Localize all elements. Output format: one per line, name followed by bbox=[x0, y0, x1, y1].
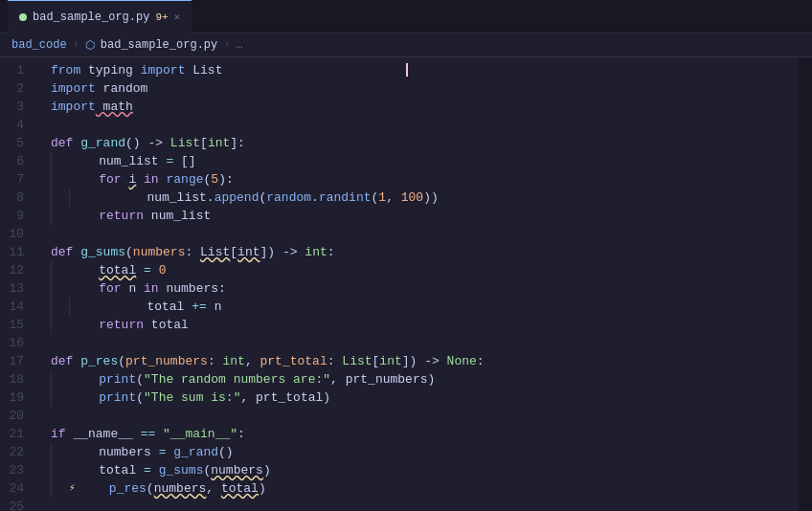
breadcrumb-sep1: › bbox=[73, 38, 79, 52]
token-var: total bbox=[69, 461, 144, 479]
token-var: n bbox=[207, 298, 222, 316]
token-var: n bbox=[122, 279, 144, 298]
token-type: int bbox=[222, 352, 244, 370]
token-punct: . bbox=[207, 189, 214, 207]
breadcrumb: bad_code › ⬡ bad_sample_org.py › … bbox=[0, 33, 812, 57]
token-punct: ( bbox=[203, 461, 211, 479]
token-squiggle-warn: total bbox=[221, 479, 259, 498]
line-number: 15 bbox=[0, 316, 32, 334]
token-punct: . bbox=[311, 189, 319, 207]
token-var bbox=[73, 352, 80, 370]
token-punct: ] bbox=[260, 243, 268, 261]
token-type: List bbox=[342, 352, 372, 370]
token-var: numbers: bbox=[159, 279, 226, 298]
code-line: total = 0 bbox=[51, 261, 799, 279]
line-number: 7 bbox=[0, 170, 32, 189]
token-var bbox=[69, 207, 99, 225]
code-line: import random bbox=[51, 79, 799, 98]
token-op: = bbox=[144, 261, 151, 279]
token-kw: in bbox=[144, 279, 159, 298]
scrollbar[interactable] bbox=[799, 57, 812, 511]
code-line: num_list.append(random.randint(1, 100)) bbox=[51, 189, 799, 207]
token-punct: ( bbox=[136, 389, 144, 407]
token-punct: ): bbox=[218, 170, 234, 189]
line-number: 14 bbox=[0, 298, 32, 316]
token-var bbox=[151, 261, 159, 279]
token-kw: for bbox=[99, 170, 121, 189]
token-str: "The sum is:" bbox=[144, 389, 240, 407]
token-kw2: import bbox=[51, 79, 96, 98]
line-number: 17 bbox=[0, 352, 32, 370]
code-line: from typing import List bbox=[51, 61, 799, 79]
code-line: total = g_sums(numbers) bbox=[51, 461, 799, 479]
line-number: 9 bbox=[0, 207, 32, 225]
token-var bbox=[73, 134, 80, 152]
token-kw2: import bbox=[51, 98, 96, 116]
token-squiggle-warn: int bbox=[237, 243, 259, 261]
token-punct: ) -> bbox=[410, 352, 447, 370]
token-op: = bbox=[144, 461, 151, 479]
token-punct: [] bbox=[181, 152, 196, 170]
token-var bbox=[155, 425, 163, 443]
token-var bbox=[69, 316, 99, 334]
token-squiggle-warn: numbers bbox=[154, 479, 207, 498]
code-line: num_list = [] bbox=[51, 152, 799, 170]
code-line: def g_rand() -> List[int]: bbox=[51, 134, 799, 152]
token-punct: () -> bbox=[125, 134, 170, 152]
breadcrumb-file-icon: ⬡ bbox=[85, 38, 95, 53]
breadcrumb-symbol[interactable]: … bbox=[236, 38, 242, 52]
token-builtin: print bbox=[99, 370, 136, 389]
token-type: int bbox=[379, 352, 401, 370]
editor-tab[interactable]: bad_sample_org.py 9+ ✕ bbox=[8, 0, 192, 33]
token-var bbox=[69, 279, 99, 298]
token-num: 0 bbox=[159, 261, 167, 279]
token-op: = bbox=[166, 152, 173, 170]
token-punct: ( bbox=[259, 189, 266, 207]
token-fn: g_rand bbox=[173, 443, 218, 461]
tab-close-button[interactable]: ✕ bbox=[174, 11, 181, 23]
tab-label: bad_sample_org.py bbox=[33, 11, 149, 24]
token-var bbox=[136, 261, 144, 279]
code-line: for n in numbers: bbox=[51, 279, 799, 298]
line-number: 4 bbox=[0, 116, 32, 134]
token-fn: p_res bbox=[109, 479, 147, 498]
token-kw2: import bbox=[141, 61, 186, 79]
token-var bbox=[69, 370, 99, 389]
warning-icon: ⚡ bbox=[69, 479, 76, 498]
line-number: 18 bbox=[0, 370, 32, 389]
token-kw: in bbox=[144, 170, 159, 189]
token-kw: return bbox=[99, 207, 144, 225]
token-builtin: print bbox=[99, 389, 136, 407]
token-op: += bbox=[192, 298, 207, 316]
token-punct: : bbox=[185, 243, 200, 261]
code-line: if __name__ == "__main__": bbox=[51, 425, 799, 443]
breadcrumb-file[interactable]: bad_sample_org.py bbox=[101, 38, 217, 52]
code-line bbox=[51, 407, 799, 425]
line-number: 6 bbox=[0, 152, 32, 170]
token-num: 1 bbox=[378, 189, 386, 207]
token-fn-def: g_rand bbox=[80, 134, 125, 152]
line-number: 1 bbox=[0, 61, 32, 79]
code-line bbox=[51, 116, 799, 134]
token-squiggle-warn: List bbox=[200, 243, 230, 261]
token-param: prt_total bbox=[260, 352, 327, 370]
token-squiggle-warn: total bbox=[99, 261, 136, 279]
token-kw: if bbox=[51, 425, 66, 443]
code-line: for i in range(5): bbox=[51, 170, 799, 189]
token-punct: [ bbox=[200, 134, 208, 152]
code-line: print("The random numbers are:", prt_num… bbox=[51, 370, 799, 389]
token-punct: , prt_total) bbox=[240, 389, 330, 407]
code-content[interactable]: from typing import Listimport randomimpo… bbox=[43, 57, 799, 511]
token-var bbox=[166, 443, 173, 461]
token-var: random bbox=[96, 79, 148, 98]
line-number: 21 bbox=[0, 425, 32, 443]
token-punct: ) bbox=[259, 479, 266, 498]
token-op: == bbox=[141, 425, 156, 443]
token-squiggle-warn: numbers bbox=[211, 461, 263, 479]
code-line: import math bbox=[51, 98, 799, 116]
code-line: total += n bbox=[51, 298, 799, 316]
breadcrumb-folder[interactable]: bad_code bbox=[11, 38, 67, 52]
token-kw: def bbox=[51, 134, 73, 152]
token-var bbox=[79, 479, 109, 498]
token-var: total bbox=[144, 316, 189, 334]
